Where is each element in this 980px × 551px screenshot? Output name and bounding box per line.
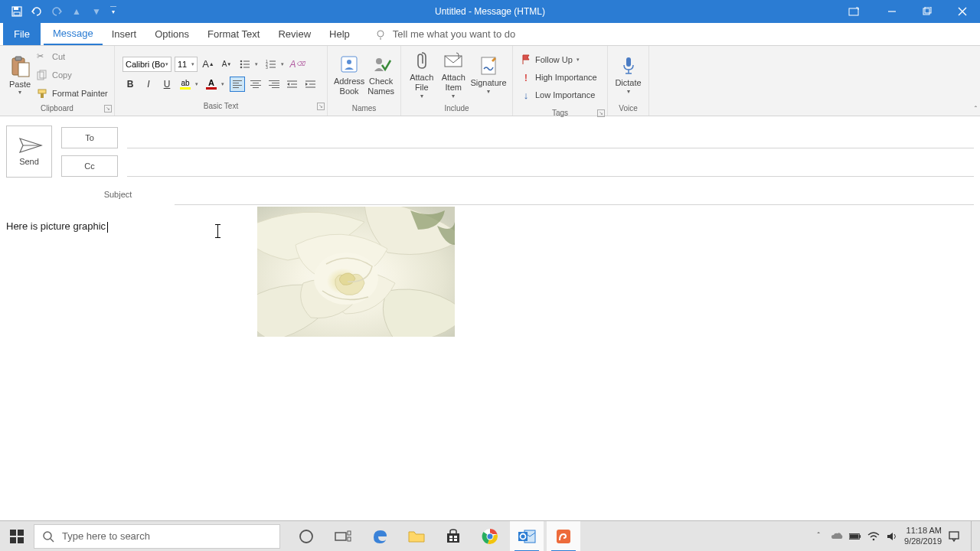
high-importance-button[interactable]: ! High Importance <box>521 70 597 85</box>
svg-point-53 <box>300 530 312 543</box>
edge-icon[interactable] <box>363 521 397 552</box>
cc-field[interactable] <box>127 155 974 177</box>
send-button[interactable]: Send <box>6 126 52 178</box>
svg-rect-71 <box>850 534 859 538</box>
qat-customize-icon[interactable]: ▾— <box>110 5 122 18</box>
text-cursor <box>107 222 108 233</box>
tags-launcher[interactable]: ↘ <box>597 109 605 117</box>
outlook-icon[interactable] <box>510 521 544 552</box>
italic-button[interactable]: I <box>141 77 156 92</box>
check-names-label: Check Names <box>368 77 394 96</box>
attach-item-button[interactable]: Attach Item ▾ <box>438 47 470 103</box>
start-button[interactable] <box>0 521 34 552</box>
group-label-include: Include <box>444 104 469 112</box>
redo-icon <box>51 5 63 18</box>
tab-options[interactable]: Options <box>145 23 198 45</box>
align-right-button[interactable] <box>266 77 282 92</box>
store-icon[interactable] <box>436 521 470 552</box>
file-explorer-icon[interactable] <box>400 521 433 552</box>
inline-image[interactable] <box>257 207 455 337</box>
subject-field[interactable] <box>175 184 974 205</box>
cc-button[interactable]: Cc <box>61 155 118 177</box>
bold-button[interactable]: B <box>122 77 138 92</box>
numbering-button[interactable]: 123 ▾ <box>263 57 286 72</box>
svg-point-18 <box>240 60 243 62</box>
attach-item-label: Attach Item <box>442 73 466 93</box>
tab-format-text[interactable]: Format Text <box>198 23 269 45</box>
maximize-button[interactable] <box>910 0 945 23</box>
collapse-ribbon-button[interactable]: ˆ <box>975 106 977 114</box>
show-desktop-button[interactable] <box>971 521 975 552</box>
low-importance-button[interactable]: ↓ Low Importance <box>521 87 597 103</box>
paperclip-icon <box>411 50 433 71</box>
tab-message[interactable]: Message <box>44 23 103 45</box>
svg-line-52 <box>51 539 54 542</box>
high-importance-icon: ! <box>521 72 531 83</box>
address-book-button[interactable]: Address Book <box>332 47 366 103</box>
low-importance-label: Low Importance <box>535 90 595 99</box>
align-center-button[interactable] <box>248 77 263 92</box>
tab-file[interactable]: File <box>3 23 41 45</box>
svg-rect-12 <box>15 57 21 60</box>
tab-review[interactable]: Review <box>269 23 320 45</box>
snagit-icon[interactable] <box>547 521 580 552</box>
align-left-button[interactable] <box>230 77 245 92</box>
close-button[interactable] <box>945 0 980 23</box>
message-body[interactable]: Here is picture graphic <box>0 207 980 528</box>
decrease-indent-button[interactable] <box>285 77 300 92</box>
paste-button[interactable]: Paste ▾ <box>5 47 35 103</box>
chevron-down-icon: ▾ <box>627 88 630 96</box>
chevron-down-icon: ▾ <box>452 93 455 100</box>
increase-font-button[interactable]: A▲ <box>201 57 216 72</box>
signature-button[interactable]: Signature ▾ <box>469 47 508 103</box>
taskbar-search[interactable]: Type here to search <box>34 524 280 549</box>
save-icon[interactable] <box>11 5 23 18</box>
follow-up-button[interactable]: Follow Up ▾ <box>521 52 597 67</box>
wifi-icon[interactable] <box>867 530 880 543</box>
cortana-icon[interactable] <box>289 521 323 552</box>
tray-chevron-up-icon[interactable]: ˆ <box>812 530 825 543</box>
svg-rect-6 <box>925 7 931 13</box>
svg-point-20 <box>240 63 243 65</box>
attach-file-button[interactable]: Attach File ▾ <box>406 47 438 103</box>
dictate-button[interactable]: Dictate ▾ <box>612 47 644 103</box>
chevron-down-icon: ▾ <box>253 61 260 67</box>
format-painter-button[interactable]: Format Painter <box>37 86 108 101</box>
tab-insert[interactable]: Insert <box>103 23 146 45</box>
clipboard-launcher[interactable]: ↘ <box>104 105 112 112</box>
onedrive-icon[interactable] <box>831 530 843 543</box>
underline-button[interactable]: U <box>159 77 175 92</box>
minimize-button[interactable] <box>874 0 910 23</box>
bullets-button[interactable]: ▾ <box>237 57 260 72</box>
clear-formatting-button[interactable]: A⌫ <box>289 57 305 72</box>
popout-button[interactable] <box>836 0 871 23</box>
tell-me-search[interactable]: Tell me what you want to do <box>374 23 515 45</box>
font-name-value: Calibri (Bo <box>126 60 165 69</box>
clock[interactable]: 11:18 AM 9/28/2019 <box>904 526 942 546</box>
decrease-font-button[interactable]: A▼ <box>219 57 234 72</box>
window-controls <box>836 0 980 23</box>
battery-icon[interactable] <box>849 530 861 543</box>
tab-help[interactable]: Help <box>320 23 359 45</box>
highlight-button[interactable]: ab ▾ <box>178 77 201 92</box>
basic-text-launcher[interactable]: ↘ <box>317 103 325 110</box>
signature-label: Signature <box>470 78 506 88</box>
paste-label: Paste <box>9 80 31 89</box>
svg-rect-1 <box>14 7 18 10</box>
chevron-down-icon: ▾ <box>219 81 227 87</box>
group-voice: Dictate ▾ Voice <box>608 46 649 116</box>
task-view-icon[interactable] <box>326 521 360 552</box>
increase-indent-button[interactable] <box>303 77 318 92</box>
check-names-button[interactable]: Check Names <box>366 47 396 103</box>
volume-icon[interactable] <box>886 530 898 543</box>
chrome-icon[interactable] <box>473 521 507 552</box>
font-name-select[interactable]: Calibri (Bo ▾ <box>122 57 172 72</box>
paste-icon <box>9 55 31 78</box>
font-size-select[interactable]: 11 ▾ <box>175 57 198 72</box>
to-button[interactable]: To <box>61 127 118 148</box>
undo-icon[interactable] <box>31 5 43 18</box>
font-color-button[interactable]: A ▾ <box>204 77 227 92</box>
to-field[interactable] <box>127 127 974 148</box>
notifications-icon[interactable] <box>948 530 960 543</box>
quick-access-toolbar: ▲ ▼ ▾— <box>0 5 122 18</box>
